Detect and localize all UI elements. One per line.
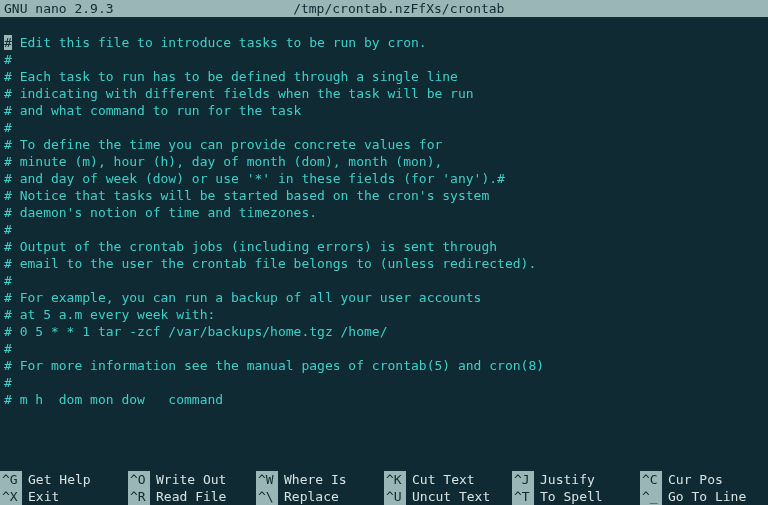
- file-line: # m h dom mon dow command: [0, 391, 768, 408]
- help-key: ^J: [512, 471, 534, 488]
- help-key: ^R: [128, 488, 150, 505]
- help-shortcut[interactable]: ^OWrite Out: [128, 471, 256, 488]
- help-shortcut[interactable]: ^UUncut Text: [384, 488, 512, 505]
- editor-area[interactable]: # Edit this file to introduce tasks to b…: [0, 34, 768, 408]
- help-shortcut[interactable]: ^JJustify: [512, 471, 640, 488]
- file-line: # For example, you can run a backup of a…: [0, 289, 768, 306]
- file-line: # For more information see the manual pa…: [0, 357, 768, 374]
- help-shortcut[interactable]: ^KCut Text: [384, 471, 512, 488]
- file-line: # and day of week (dow) or use '*' in th…: [0, 170, 768, 187]
- file-line: # Notice that tasks will be started base…: [0, 187, 768, 204]
- help-shortcut[interactable]: ^GGet Help: [0, 471, 128, 488]
- help-row-1: ^GGet Help^OWrite Out^WWhere Is^KCut Tex…: [0, 471, 768, 488]
- help-shortcut[interactable]: ^CCur Pos: [640, 471, 768, 488]
- help-label: To Spell: [534, 488, 603, 505]
- help-label: Exit: [22, 488, 59, 505]
- help-shortcut[interactable]: ^RRead File: [128, 488, 256, 505]
- file-line: # Output of the crontab jobs (including …: [0, 238, 768, 255]
- help-row-2: ^XExit^RRead File^\Replace^UUncut Text^T…: [0, 488, 768, 505]
- file-line: # To define the time you can provide con…: [0, 136, 768, 153]
- help-label: Cur Pos: [662, 471, 723, 488]
- file-line: # Edit this file to introduce tasks to b…: [0, 34, 768, 51]
- file-line: # email to the user the crontab file bel…: [0, 255, 768, 272]
- text-cursor: #: [4, 35, 12, 50]
- help-label: Where Is: [278, 471, 347, 488]
- help-label: Replace: [278, 488, 339, 505]
- file-path: /tmp/crontab.nzFfXs/crontab: [114, 0, 684, 17]
- help-label: Justify: [534, 471, 595, 488]
- help-label: Write Out: [150, 471, 226, 488]
- file-line: #: [0, 221, 768, 238]
- help-key: ^_: [640, 488, 662, 505]
- file-line: # at 5 a.m every week with:: [0, 306, 768, 323]
- help-key: ^T: [512, 488, 534, 505]
- app-name: GNU nano 2.9.3: [4, 0, 114, 17]
- title-bar: GNU nano 2.9.3 /tmp/crontab.nzFfXs/cront…: [0, 0, 768, 17]
- file-line: #: [0, 51, 768, 68]
- file-line: # Each task to run has to be defined thr…: [0, 68, 768, 85]
- help-key: ^K: [384, 471, 406, 488]
- help-key: ^O: [128, 471, 150, 488]
- help-label: Go To Line: [662, 488, 746, 505]
- file-line: # daemon's notion of time and timezones.: [0, 204, 768, 221]
- file-line: # 0 5 * * 1 tar -zcf /var/backups/home.t…: [0, 323, 768, 340]
- help-key: ^\: [256, 488, 278, 505]
- file-line: # and what command to run for the task: [0, 102, 768, 119]
- help-shortcut[interactable]: ^TTo Spell: [512, 488, 640, 505]
- help-label: Get Help: [22, 471, 91, 488]
- help-shortcut[interactable]: ^_Go To Line: [640, 488, 768, 505]
- file-line: # minute (m), hour (h), day of month (do…: [0, 153, 768, 170]
- blank-line: [0, 17, 768, 34]
- help-label: Cut Text: [406, 471, 475, 488]
- help-label: Uncut Text: [406, 488, 490, 505]
- help-shortcut[interactable]: ^XExit: [0, 488, 128, 505]
- help-key: ^G: [0, 471, 22, 488]
- help-key: ^C: [640, 471, 662, 488]
- help-key: ^W: [256, 471, 278, 488]
- help-bar: ^GGet Help^OWrite Out^WWhere Is^KCut Tex…: [0, 471, 768, 505]
- file-line: #: [0, 374, 768, 391]
- help-key: ^U: [384, 488, 406, 505]
- help-key: ^X: [0, 488, 22, 505]
- help-label: Read File: [150, 488, 226, 505]
- file-line: #: [0, 340, 768, 357]
- help-shortcut[interactable]: ^WWhere Is: [256, 471, 384, 488]
- file-line: # indicating with different fields when …: [0, 85, 768, 102]
- file-line: #: [0, 119, 768, 136]
- help-shortcut[interactable]: ^\Replace: [256, 488, 384, 505]
- file-line: #: [0, 272, 768, 289]
